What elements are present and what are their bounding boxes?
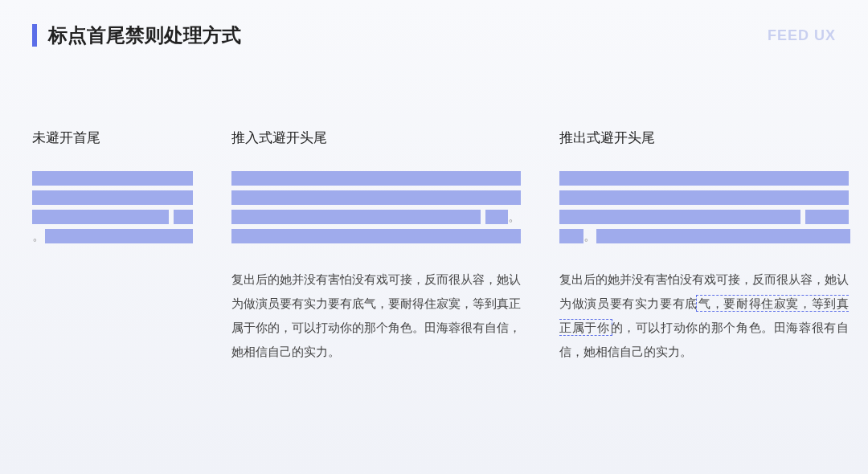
brand-label: FEED UX — [768, 27, 836, 44]
text-bar — [485, 210, 508, 224]
column-label: 推出式避开头尾 — [559, 129, 849, 147]
text-bar — [231, 229, 521, 243]
column-label: 未避开首尾 — [32, 129, 193, 147]
title-group: 标点首尾禁则处理方式 — [32, 22, 241, 48]
text-bar — [32, 190, 193, 205]
content-row: 未避开首尾 。 推入式避开头尾 — [0, 48, 868, 364]
punctuation-mark: 。 — [508, 210, 521, 224]
punctuation-mark: 。 — [32, 229, 45, 243]
text-bar — [231, 171, 521, 186]
diagram-push-in: 。 — [231, 171, 521, 243]
diagram-push-out: 。 — [559, 171, 849, 243]
page-title: 标点首尾禁则处理方式 — [48, 22, 241, 48]
column-not-avoided: 未避开首尾 。 — [32, 129, 193, 268]
punctuation-mark: 。 — [583, 229, 596, 243]
text-bar — [559, 210, 800, 224]
text-bar — [32, 210, 169, 224]
column-push-out: 推出式避开头尾 。 复出后的她并没有害怕没有戏可接，反而很从容，她认为做演员要有… — [559, 129, 849, 364]
header: 标点首尾禁则处理方式 FEED UX — [0, 0, 868, 48]
text-bar — [805, 210, 849, 224]
text-bar — [32, 171, 193, 186]
text-bar — [559, 229, 583, 243]
text-bar — [231, 190, 521, 205]
title-accent-bar — [32, 24, 37, 47]
text-bar — [45, 229, 193, 243]
sample-text-push-out: 复出后的她并没有害怕没有戏可接，反而很从容，她认为做演员要有实力要有底气，要耐得… — [559, 268, 849, 364]
column-push-in: 推入式避开头尾 。 复出后的她并没有害怕没有戏可接，反而很从容，她认为做演员要有… — [231, 129, 521, 364]
column-label: 推入式避开头尾 — [231, 129, 521, 147]
diagram-not-avoided: 。 — [32, 171, 193, 243]
text-bar — [559, 171, 849, 186]
text-bar — [559, 190, 849, 205]
text-bar — [174, 210, 193, 224]
text-bar — [596, 229, 850, 243]
sample-text-push-in: 复出后的她并没有害怕没有戏可接，反而很从容，她认为做演员要有实力要有底气，要耐得… — [231, 268, 521, 364]
text-bar — [231, 210, 481, 224]
